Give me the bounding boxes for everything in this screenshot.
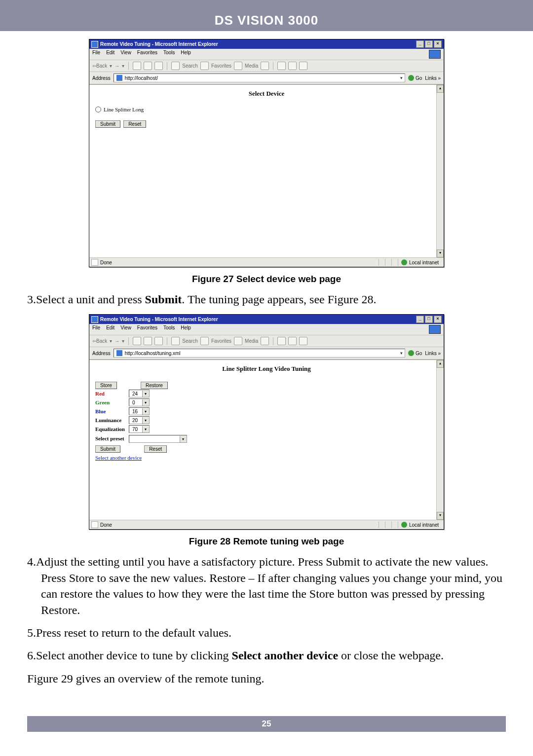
minimize-icon[interactable]: _ [416,40,424,48]
scroll-down-icon[interactable]: ▾ [437,250,444,257]
stop-icon[interactable] [133,62,141,70]
ie-logo-icon [429,325,441,334]
stop-icon[interactable] [133,337,141,345]
nav-back-label[interactable]: ⇦Back [92,63,107,69]
red-select[interactable]: 24▾ [129,390,150,397]
toolbar-favorites[interactable]: Favorites [211,338,231,344]
scroll-up-icon[interactable]: ▴ [437,360,444,368]
menu-help[interactable]: Help [181,50,191,59]
nav-forward-icon[interactable]: → [114,338,119,344]
search-icon[interactable] [171,62,180,70]
device-option[interactable]: Line Splitter Long [95,107,438,112]
chevron-down-icon[interactable]: ▾ [142,426,149,432]
favorites-icon[interactable] [200,337,209,345]
figure-27: Remote Video Tuning - Microsoft Internet… [27,39,506,285]
toolbar-media[interactable]: Media [245,63,258,69]
address-dropdown-icon[interactable]: ▾ [400,351,403,356]
vertical-scrollbar[interactable]: ▴ ▾ [436,360,444,520]
status-zone: Local intranet [409,522,439,528]
toolbar-favorites[interactable]: Favorites [211,63,231,69]
reset-button[interactable]: Reset [144,445,167,453]
close-icon[interactable]: × [434,40,442,48]
home-icon[interactable] [154,337,163,345]
address-input[interactable]: http://localhost/ ▾ [114,73,405,82]
minimize-icon[interactable]: _ [416,316,424,323]
chevron-down-icon[interactable]: ▾ [180,436,187,442]
address-input[interactable]: http://localhost/tuning.xml ▾ [114,349,405,358]
statusbar: Done Local intranet [89,257,444,267]
reset-button[interactable]: Reset [123,120,146,128]
close-icon[interactable]: × [434,316,442,323]
menu-help[interactable]: Help [181,325,191,334]
ie-icon [91,41,98,48]
edit-icon[interactable] [299,62,307,70]
vertical-scrollbar[interactable]: ▴ ▾ [436,85,444,257]
edit-icon[interactable] [299,337,307,345]
links-button[interactable]: Links » [425,351,441,356]
menu-tools[interactable]: Tools [163,50,175,59]
menu-tools[interactable]: Tools [163,325,175,334]
chevron-down-icon[interactable]: ▾ [142,399,149,406]
refresh-icon[interactable] [144,337,152,345]
luminance-select[interactable]: 20▾ [129,416,150,424]
menu-file[interactable]: File [92,325,100,334]
toolbar: ⇦Back ▾ → ▾ Search Favorites Media [89,335,444,347]
maximize-icon[interactable]: □ [425,316,433,323]
menu-favorites[interactable]: Favorites [137,325,157,334]
chevron-down-icon[interactable]: ▾ [142,391,149,397]
menu-view[interactable]: View [120,50,131,59]
doc-header: DS VISION 3000 [0,11,533,31]
go-button[interactable]: Go [408,350,422,356]
address-dropdown-icon[interactable]: ▾ [400,75,403,80]
history-icon[interactable] [261,337,269,345]
search-icon[interactable] [171,337,180,345]
device-option-label: Line Splitter Long [104,107,144,112]
links-button[interactable]: Links » [425,75,441,81]
submit-button[interactable]: Submit [95,445,120,453]
radio-icon[interactable] [95,107,101,112]
favorites-icon[interactable] [200,62,209,70]
status-zone: Local intranet [409,260,439,265]
toolbar-search[interactable]: Search [182,63,198,69]
toolbar-search[interactable]: Search [182,338,198,344]
chevron-down-icon[interactable]: ▾ [142,408,149,415]
menu-view[interactable]: View [120,325,131,334]
row-eq-label: Equalization [95,425,129,433]
menu-favorites[interactable]: Favorites [137,50,157,59]
print-icon[interactable] [288,337,297,345]
toolbar-media[interactable]: Media [245,338,258,344]
maximize-icon[interactable]: □ [425,40,433,48]
menu-file[interactable]: File [92,50,100,59]
green-select[interactable]: 0▾ [129,398,150,406]
home-icon[interactable] [154,62,163,70]
figure-27-caption: Figure 27 Select device web page [27,274,506,285]
menu-edit[interactable]: Edit [106,50,114,59]
preset-select[interactable]: ▾ [129,435,187,443]
scroll-up-icon[interactable]: ▴ [437,85,444,93]
menu-edit[interactable]: Edit [106,325,114,334]
media-icon[interactable] [234,337,242,345]
viewport: Line Splitter Long Video Tuning Store Re… [89,360,444,520]
chevron-down-icon[interactable]: ▾ [142,417,149,424]
history-icon[interactable] [261,62,269,70]
store-button[interactable]: Store [95,382,117,389]
media-icon[interactable] [234,62,242,70]
go-button[interactable]: Go [408,75,422,81]
equalization-select[interactable]: 70▾ [129,425,150,433]
print-icon[interactable] [288,62,297,70]
address-bar: Address http://localhost/ ▾ Go Links » [89,72,444,84]
titlebar: Remote Video Tuning - Microsoft Internet… [89,39,444,49]
scroll-down-icon[interactable]: ▾ [437,512,444,520]
restore-button[interactable]: Restore [141,382,168,389]
nav-back-label[interactable]: ⇦Back [92,338,107,344]
submit-button[interactable]: Submit [95,120,120,128]
mail-icon[interactable] [277,337,286,345]
address-url: http://localhost/ [125,75,158,81]
ie-logo-icon [429,50,441,59]
refresh-icon[interactable] [144,62,152,70]
mail-icon[interactable] [277,62,286,70]
blue-select[interactable]: 16▾ [129,407,150,415]
window-title: Remote Video Tuning - Microsoft Internet… [100,41,218,47]
select-another-device-link[interactable]: Select another device [95,455,142,461]
nav-forward-icon[interactable]: → [114,63,119,69]
